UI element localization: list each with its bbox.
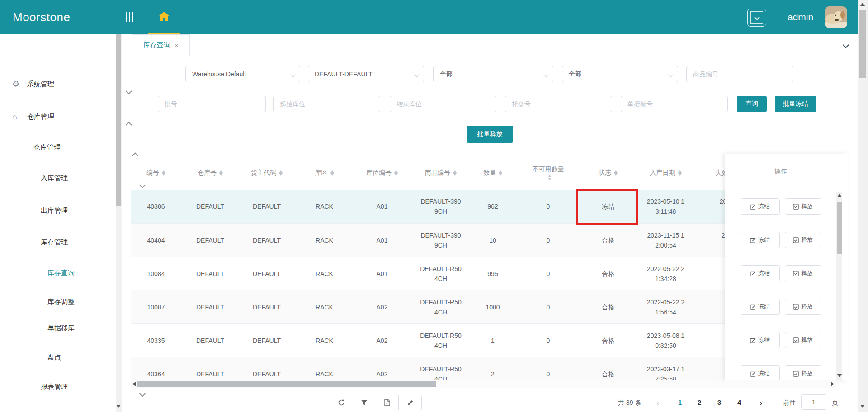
cell-sku: DEFAULT-3909CH bbox=[409, 190, 472, 223]
sort-caret-icon bbox=[330, 170, 334, 176]
scroll-down-icon[interactable] bbox=[860, 405, 865, 408]
sidebar-item-warehouse-mgmt-sub[interactable]: 仓库管理 bbox=[0, 138, 149, 156]
export-excel-icon: x bbox=[384, 399, 391, 406]
page-number-2[interactable]: 2 bbox=[698, 395, 701, 410]
sidebar-item-label: 库存调整 bbox=[47, 293, 75, 311]
scroll-down-icon[interactable] bbox=[837, 374, 842, 377]
close-icon[interactable]: × bbox=[175, 42, 179, 49]
col-header-zone[interactable]: 库区 bbox=[294, 156, 355, 190]
table-header: 编号 仓库号 货主代码 库区 库位编号 商品编号 数量 不可用数量 状态 入库日… bbox=[131, 156, 764, 190]
batch-no-input[interactable] bbox=[158, 96, 266, 112]
freeze-button[interactable]: 冻结 bbox=[741, 332, 780, 348]
col-header-qty[interactable]: 数量 bbox=[472, 156, 513, 190]
checkbox-icon bbox=[793, 304, 799, 310]
release-button[interactable]: 释放 bbox=[785, 198, 821, 215]
freeze-button[interactable]: 冻结 bbox=[741, 232, 780, 248]
prev-page-icon[interactable]: ‹ bbox=[656, 395, 660, 410]
page-number-1[interactable]: 1 bbox=[678, 395, 682, 410]
status-select-value: 全部 bbox=[569, 70, 581, 78]
sort-caret-icon bbox=[219, 170, 223, 176]
freeze-button[interactable]: 冻结 bbox=[741, 299, 780, 315]
cell-owner: DEFAULT bbox=[240, 257, 294, 290]
table-row[interactable]: 40364 DEFAULT DEFAULT RACK A02 DEFAULT-R… bbox=[131, 357, 764, 380]
table-row[interactable]: 10087 DEFAULT DEFAULT RACK A02 DEFAULT-R… bbox=[131, 290, 764, 323]
scroll-up-icon[interactable] bbox=[860, 3, 865, 6]
export-button[interactable]: x bbox=[376, 395, 399, 410]
cell-unavailable: 0 bbox=[513, 257, 583, 290]
cell-inbound-date: 2022-05-22 21:34:28 bbox=[633, 257, 698, 290]
release-button[interactable]: 释放 bbox=[785, 299, 821, 315]
cell-qty: 1000 bbox=[472, 290, 513, 323]
panel-scrollbar-thumb[interactable] bbox=[837, 202, 842, 254]
search-button[interactable]: 查询 bbox=[737, 96, 767, 112]
tab-list-dropdown-button[interactable] bbox=[836, 39, 856, 52]
warehouse-select[interactable]: Warehouse Default bbox=[185, 66, 300, 82]
pallet-no-input[interactable] bbox=[505, 96, 612, 112]
panel-scrollbar[interactable] bbox=[836, 192, 842, 380]
goto-page-input[interactable] bbox=[801, 394, 826, 410]
cell-zone: RACK bbox=[294, 190, 355, 223]
freeze-button[interactable]: 冻结 bbox=[741, 265, 780, 281]
page-number-4[interactable]: 4 bbox=[737, 395, 741, 410]
next-page-icon[interactable]: › bbox=[760, 395, 763, 410]
avatar[interactable] bbox=[825, 6, 847, 28]
end-location-input[interactable] bbox=[390, 96, 496, 112]
wms-app: Moorstone admin ⚙ bbox=[0, 0, 868, 412]
scroll-down-icon[interactable] bbox=[116, 405, 121, 408]
release-button[interactable]: 释放 bbox=[785, 365, 821, 380]
freeze-button[interactable]: 冻结 bbox=[741, 198, 780, 215]
page-number-3[interactable]: 3 bbox=[717, 395, 721, 410]
start-location-input[interactable] bbox=[273, 96, 380, 112]
scroll-right-icon[interactable] bbox=[831, 382, 834, 386]
batch-freeze-button[interactable]: 批量冻结 bbox=[775, 96, 816, 112]
sidebar-collapse-icon[interactable] bbox=[126, 12, 137, 22]
col-header-location[interactable]: 库位编号 bbox=[355, 156, 409, 190]
col-header-sku[interactable]: 商品编号 bbox=[409, 156, 472, 190]
edit-icon bbox=[750, 371, 756, 377]
cell-id: 40335 bbox=[131, 324, 181, 357]
scroll-left-icon[interactable] bbox=[132, 382, 136, 386]
table-row[interactable]: 40386 DEFAULT DEFAULT RACK A01 DEFAULT-3… bbox=[131, 190, 764, 223]
window-scrollbar[interactable] bbox=[858, 0, 868, 412]
doc-no-input[interactable] bbox=[621, 96, 728, 112]
owner-select[interactable]: DEFAULT-DEFAULT bbox=[308, 66, 424, 82]
scroll-up-icon[interactable] bbox=[837, 194, 842, 197]
sidebar-item-import-mgmt[interactable]: 导入管理 bbox=[0, 409, 156, 412]
sidebar-item-label: 盘点 bbox=[47, 348, 61, 366]
table-row[interactable]: 40404 DEFAULT DEFAULT RACK A01 DEFAULT-3… bbox=[131, 223, 764, 257]
col-header-inbound-date[interactable]: 入库日期 bbox=[633, 156, 698, 190]
sku-input[interactable] bbox=[686, 66, 793, 82]
refresh-button[interactable] bbox=[330, 395, 353, 410]
col-header-owner[interactable]: 货主代码 bbox=[240, 156, 294, 190]
col-header-warehouse[interactable]: 仓库号 bbox=[181, 156, 240, 190]
release-button[interactable]: 释放 bbox=[785, 232, 821, 248]
cell-inbound-date: 2023-05-10 13:11:48 bbox=[633, 190, 698, 223]
zone-select[interactable]: 全部 bbox=[433, 66, 553, 82]
sidebar-scrollbar[interactable] bbox=[116, 34, 122, 412]
horizontal-scrollbar-thumb[interactable] bbox=[137, 381, 436, 387]
col-header-status[interactable]: 状态 bbox=[583, 156, 633, 190]
edit-columns-button[interactable] bbox=[398, 395, 421, 410]
table-horizontal-scrollbar[interactable] bbox=[131, 380, 836, 388]
home-tab[interactable] bbox=[148, 0, 180, 34]
batch-release-button[interactable]: 批量释放 bbox=[467, 126, 513, 143]
freeze-button[interactable]: 冻结 bbox=[741, 365, 780, 380]
username-label[interactable]: admin bbox=[788, 0, 813, 34]
sidebar-item-label: 入库管理 bbox=[41, 169, 68, 187]
filter-button[interactable] bbox=[353, 395, 376, 410]
user-dropdown-button[interactable] bbox=[747, 9, 766, 27]
pagination-total: 共 39 条 bbox=[618, 395, 641, 410]
sidebar-scrollbar-thumb[interactable] bbox=[116, 34, 121, 206]
window-scrollbar-thumb[interactable] bbox=[859, 10, 866, 78]
cell-owner: DEFAULT bbox=[240, 190, 294, 223]
goto-label: 前往 bbox=[783, 395, 796, 410]
col-header-id[interactable]: 编号 bbox=[131, 156, 181, 190]
col-header-unavailable[interactable]: 不可用数量 bbox=[513, 156, 583, 190]
release-button[interactable]: 释放 bbox=[785, 332, 821, 348]
release-button[interactable]: 释放 bbox=[785, 265, 821, 281]
tab-inventory-query[interactable]: 库存查询 × bbox=[132, 34, 190, 56]
status-select[interactable]: 全部 bbox=[562, 66, 678, 82]
sidebar-item-label: 导入管理 bbox=[41, 409, 68, 412]
table-row[interactable]: 40335 DEFAULT DEFAULT RACK A02 DEFAULT-R… bbox=[131, 323, 764, 357]
table-row[interactable]: 10084 DEFAULT DEFAULT RACK A01 DEFAULT-R… bbox=[131, 257, 764, 290]
